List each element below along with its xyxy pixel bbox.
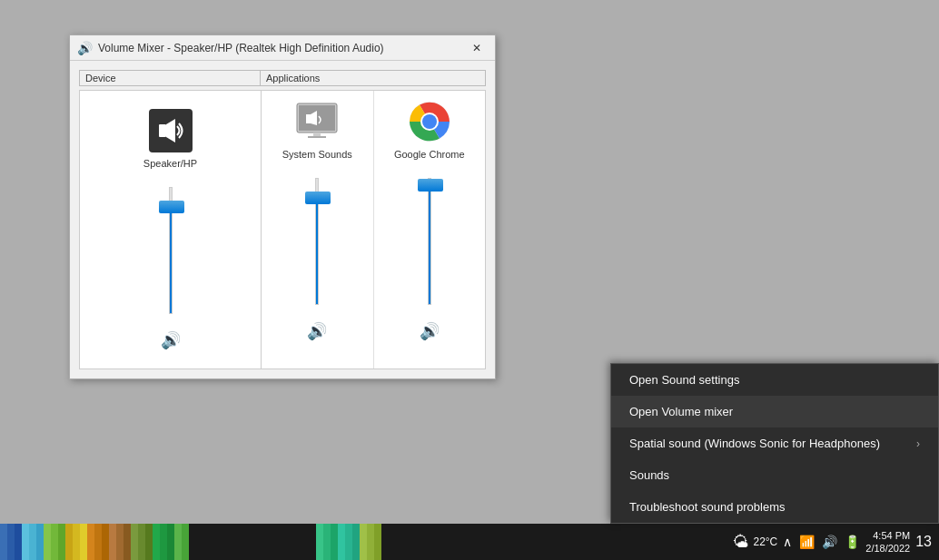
window-controls: ✕	[466, 39, 488, 57]
svg-rect-6	[313, 133, 321, 136]
taskbar: 🌤 22°C ∧ 📶 🔊 🔋 4:54 PM 2/18/2022 13	[0, 524, 939, 560]
menu-item-open-volume-mixer[interactable]: Open Volume mixer	[611, 396, 938, 427]
apps-section: System Sounds 🔊	[262, 91, 485, 368]
device-section-label: Device	[79, 70, 261, 86]
weather-widget: 🌤 22°C	[733, 533, 777, 552]
channel-system-sounds: System Sounds 🔊	[262, 91, 374, 368]
channel-speaker: Speaker/HP 🔊	[80, 100, 261, 359]
volume-mixer-window: 🔊 Volume Mixer - Speaker/HP (Realtek Hig…	[69, 34, 496, 379]
speaker-mute-btn[interactable]: 🔊	[161, 330, 181, 350]
spatial-sound-label: Spatial sound (Windows Sonic for Headpho…	[629, 437, 880, 450]
taskbar-left	[0, 524, 381, 560]
menu-item-sounds[interactable]: Sounds	[611, 459, 938, 491]
svg-rect-0	[159, 124, 166, 137]
volume-icon[interactable]: 🔊	[822, 535, 837, 549]
speaker-label: Speaker/HP	[143, 158, 197, 169]
section-labels: Device Applications	[79, 70, 486, 86]
chevron-up-icon[interactable]: ∧	[783, 535, 792, 549]
system-clock[interactable]: 4:54 PM 2/18/2022	[865, 529, 910, 555]
window-content: Device Applications	[70, 61, 495, 378]
chrome-icon-container	[408, 100, 451, 143]
chrome-label: Google Chrome	[394, 149, 465, 160]
taskbar-programs	[0, 524, 189, 560]
submenu-arrow-icon: ›	[916, 437, 920, 450]
system-sounds-icon-container	[295, 100, 339, 143]
clock-date: 2/18/2022	[865, 542, 910, 555]
chrome-mute-btn[interactable]: 🔊	[420, 321, 440, 341]
chrome-fill	[429, 185, 430, 304]
chrome-slider[interactable]	[411, 169, 448, 314]
chrome-thumb[interactable]	[418, 179, 443, 192]
speaker-track	[169, 187, 173, 314]
titlebar-icon: 🔊	[77, 41, 93, 55]
system-sounds-slider[interactable]	[299, 169, 335, 314]
battery-icon[interactable]: 🔋	[845, 535, 860, 549]
notification-badge: 13	[915, 534, 932, 549]
menu-item-spatial-sound[interactable]: Spatial sound (Windows Sonic for Headpho…	[611, 427, 938, 459]
apps-section-label: Applications	[261, 70, 486, 86]
speaker-slider[interactable]	[153, 178, 189, 323]
speaker-icon-container	[149, 109, 193, 152]
device-section: Speaker/HP 🔊	[80, 91, 262, 368]
close-button[interactable]: ✕	[466, 39, 488, 57]
taskbar-programs-right	[316, 524, 381, 560]
chrome-track	[428, 178, 431, 305]
notification-button[interactable]: 13	[915, 534, 932, 550]
system-sounds-mute-btn[interactable]: 🔊	[307, 321, 327, 341]
titlebar: 🔊 Volume Mixer - Speaker/HP (Realtek Hig…	[70, 35, 495, 61]
system-sounds-thumb[interactable]	[305, 192, 331, 204]
svg-marker-1	[166, 119, 175, 142]
menu-item-open-sound-settings[interactable]: Open Sound settings	[611, 364, 938, 396]
speaker-fill	[170, 207, 172, 313]
mixer-area: Speaker/HP 🔊	[79, 90, 486, 369]
weather-icon: 🌤	[733, 533, 749, 552]
weather-temp: 22°C	[753, 535, 777, 548]
svg-rect-4	[306, 114, 311, 123]
speaker-device-icon	[149, 109, 193, 152]
channel-chrome: Google Chrome 🔊	[374, 91, 486, 368]
system-sounds-fill	[316, 198, 318, 304]
system-sounds-icon	[295, 100, 339, 143]
taskbar-right: 🌤 22°C ∧ 📶 🔊 🔋 4:54 PM 2/18/2022 13	[733, 529, 939, 555]
wifi-icon[interactable]: 📶	[799, 535, 815, 549]
menu-item-troubleshoot[interactable]: Troubleshoot sound problems	[611, 491, 938, 523]
clock-time: 4:54 PM	[865, 529, 910, 542]
chrome-icon	[408, 100, 451, 143]
speaker-thumb[interactable]	[159, 201, 184, 213]
titlebar-text: Volume Mixer - Speaker/HP (Realtek High …	[98, 42, 466, 54]
system-sounds-label: System Sounds	[282, 149, 352, 160]
svg-rect-7	[308, 136, 326, 138]
system-tray: ∧ 📶 🔊 🔋	[783, 535, 860, 549]
context-menu: Open Sound settings Open Volume mixer Sp…	[610, 363, 939, 524]
system-sounds-track	[315, 178, 319, 305]
desktop: 🔊 Volume Mixer - Speaker/HP (Realtek Hig…	[0, 0, 939, 560]
